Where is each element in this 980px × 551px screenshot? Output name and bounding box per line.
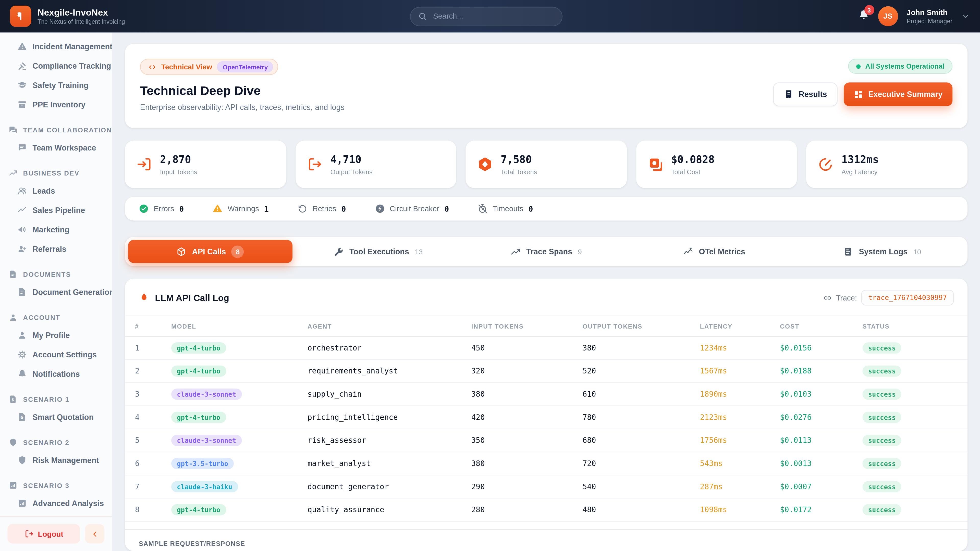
output-tokens-cell: 780 [582, 413, 700, 422]
sidebar-item-label: Team Workspace [32, 143, 96, 152]
sidebar-item-risk-management[interactable]: Risk Management [6, 451, 105, 470]
timeroff-icon [478, 203, 488, 213]
sidebar-item-notifications[interactable]: Notifications [6, 364, 105, 384]
logout-button[interactable]: Logout [7, 524, 80, 544]
sidebar-item-incident-management[interactable]: Incident Management [6, 37, 105, 56]
tab-tool-executions[interactable]: Tool Executions13 [296, 240, 460, 263]
api-call-row[interactable]: 4gpt-4-turbopricing_intelligence42078021… [125, 406, 967, 429]
latency-cell: 287ms [700, 483, 780, 491]
sidebar-item-referrals[interactable]: Referrals [6, 239, 105, 259]
sidebar-section-team-collaboration: TEAM COLLABORATION [6, 122, 105, 138]
stat-card-avg-latency: 1312msAvg Latency [807, 141, 967, 188]
megaphone-icon [18, 225, 27, 234]
sidebar-item-document-generation[interactable]: Document Generation [6, 283, 105, 302]
tab-api-calls[interactable]: API Calls8 [128, 240, 293, 263]
output-tokens-cell: 380 [582, 344, 700, 352]
logout-label: Logout [38, 530, 64, 538]
latency-cell: 1098ms [700, 505, 780, 514]
executive-summary-button[interactable]: Executive Summary [844, 83, 953, 106]
health-strip: Errors0Warnings1Retries0Circuit Breaker0… [125, 197, 967, 221]
search-input[interactable] [432, 11, 554, 21]
message-icon [18, 143, 27, 152]
sidebar-section-label: ACCOUNT [23, 313, 60, 321]
health-label: Warnings [228, 204, 259, 213]
sidebar-item-safety-training[interactable]: Safety Training [6, 76, 105, 95]
output-tokens-cell: 480 [582, 505, 700, 514]
sidebar-item-safety-inspections[interactable]: Safety Inspections [6, 32, 105, 37]
code-icon [148, 63, 156, 71]
health-item-errors: Errors0 [139, 203, 184, 213]
sidebar-item-sales-pipeline[interactable]: Sales Pipeline [6, 200, 105, 220]
api-call-row[interactable]: 2gpt-4-turborequirements_analyst32052015… [125, 360, 967, 383]
latency-cell: 1756ms [700, 436, 780, 445]
status-pill: success [862, 458, 955, 469]
tabs-bar: API Calls8Tool Executions13Trace Spans9O… [125, 237, 967, 266]
stat-value: 4,710 [331, 153, 372, 165]
sidebar-item-my-profile[interactable]: My Profile [6, 326, 105, 345]
app-title: Nexgile-InvoNex [38, 8, 125, 18]
otel-badge: OpenTelemetry [217, 61, 274, 73]
sidebar-section-scenario-2: SCENARIO 2 [6, 434, 105, 451]
row-num: 3 [135, 390, 171, 399]
health-item-retries: Retries0 [298, 203, 346, 213]
wrench-icon [334, 246, 344, 256]
sidebar-item-smart-quotation[interactable]: $Smart Quotation [6, 407, 105, 427]
user-block: John Smith Project Manager [907, 8, 953, 24]
health-label: Circuit Breaker [390, 204, 439, 213]
api-call-row[interactable]: 7claude-3-haikudocument_generator2905402… [125, 475, 967, 499]
global-search[interactable] [410, 6, 563, 26]
package-icon [177, 246, 186, 256]
sidebar-item-team-workspace[interactable]: Team Workspace [6, 138, 105, 157]
api-call-row[interactable]: 8gpt-4-turboquality_assurance2804801098m… [125, 499, 967, 522]
api-call-row[interactable]: 1gpt-4-turboorchestrator4503801234ms$0.0… [125, 337, 967, 360]
file-icon [9, 270, 18, 279]
gear-icon [18, 350, 27, 359]
input-tokens-cell: 350 [471, 436, 583, 445]
output-tokens-cell: 540 [582, 483, 700, 491]
row-num: 4 [135, 413, 171, 422]
trending-icon [9, 168, 18, 177]
model-pill: gpt-4-turbo [171, 504, 307, 515]
tab-trace-spans[interactable]: Trace Spans9 [464, 240, 628, 263]
chartline-icon [18, 206, 27, 215]
sidebar-item-ppe-inventory[interactable]: PPE Inventory [6, 95, 105, 114]
chartbox-icon [9, 481, 18, 490]
sidebar-collapse-button[interactable] [85, 524, 104, 544]
results-label: Results [799, 90, 827, 99]
tab-system-logs[interactable]: System Logs10 [800, 240, 964, 263]
api-call-row[interactable]: 3claude-3-sonnetsupply_chain3806101890ms… [125, 383, 967, 406]
stat-card-total-cost: $0.0828Total Cost [636, 141, 797, 188]
trace-id[interactable]: trace_1767104030997 [861, 290, 954, 305]
output-tokens-cell: 720 [582, 459, 700, 468]
sidebar-item-account-settings[interactable]: Account Settings [6, 345, 105, 364]
api-call-row[interactable]: 5claude-3-sonnetrisk_assessor3506801756m… [125, 429, 967, 452]
sidebar-item-advanced-analysis[interactable]: Advanced Analysis [6, 494, 105, 513]
health-label: Timeouts [493, 204, 523, 213]
column-header-agent: AGENT [307, 323, 471, 330]
page-subtitle: Enterprise observability: API calls, tra… [140, 103, 345, 112]
avatar[interactable]: JS [878, 6, 898, 26]
notification-badge: 3 [864, 5, 874, 15]
api-call-row[interactable]: 6gpt-3.5-turbomarket_analyst380720543ms$… [125, 452, 967, 475]
status-pill: success [862, 481, 955, 492]
row-num: 6 [135, 459, 171, 468]
user-menu-chevron-icon[interactable] [961, 12, 970, 21]
status-pill: success [862, 435, 955, 446]
column-header-status: STATUS [862, 323, 955, 330]
tab-label: OTel Metrics [699, 247, 745, 256]
sidebar-item-compliance-tracking[interactable]: Compliance Tracking [6, 56, 105, 76]
stats-row: 2,870Input Tokens4,710Output Tokens7,580… [125, 141, 967, 188]
user-role: Project Manager [907, 17, 953, 24]
notifications-button[interactable]: 3 [858, 10, 869, 23]
stat-label: Total Cost [671, 168, 714, 175]
results-button[interactable]: Results [773, 83, 838, 106]
sidebar-item-label: Risk Management [32, 456, 99, 465]
table-header-row: #MODELAGENTINPUT TOKENSOUTPUT TOKENSLATE… [125, 316, 967, 337]
health-label: Errors [154, 204, 174, 213]
dashboard-icon [854, 89, 863, 99]
top-bar: Nexgile-InvoNex The Nexus of Intelligent… [0, 0, 980, 32]
sidebar-item-marketing[interactable]: Marketing [6, 220, 105, 239]
user-icon [9, 313, 18, 322]
tab-otel-metrics[interactable]: OTel Metrics [632, 240, 797, 263]
sidebar-item-leads[interactable]: Leads [6, 181, 105, 200]
